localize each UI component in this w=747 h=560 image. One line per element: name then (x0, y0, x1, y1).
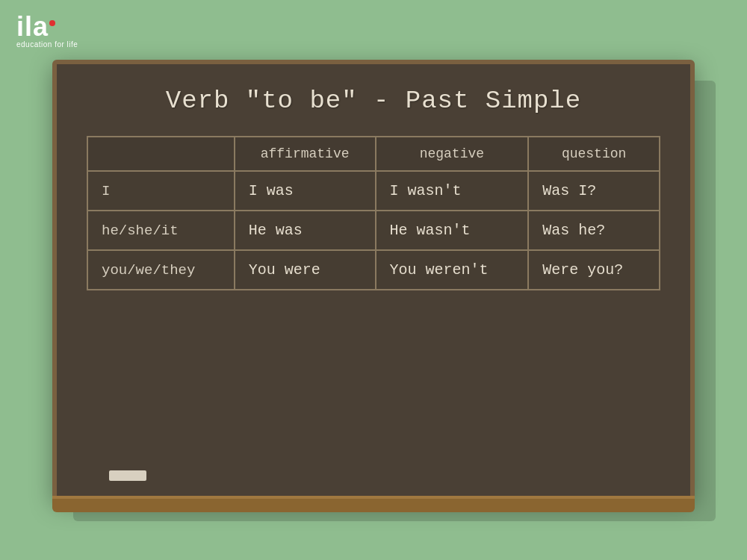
neg-i: I wasn't (376, 171, 529, 211)
grammar-table: affirmative negative question I I was I … (87, 136, 660, 290)
q-i: Was I? (528, 171, 660, 211)
table-row: you/we/they You were You weren't Were yo… (87, 250, 660, 290)
table-row: he/she/it He was He wasn't Was he? (87, 211, 660, 250)
q-he: Was he? (528, 211, 660, 250)
table-row: I I was I wasn't Was I? (87, 171, 660, 211)
aff-i: I was (235, 171, 376, 211)
chalkboard-inner: Verb "to be" - Past Simple affirmative n… (87, 87, 660, 473)
chalkboard: Verb "to be" - Past Simple affirmative n… (52, 60, 695, 500)
neg-you: You weren't (376, 250, 529, 290)
aff-he: He was (235, 211, 376, 250)
logo: ila education for life (16, 13, 78, 49)
logo-text: ila (16, 13, 78, 40)
board-bottom-frame (52, 496, 695, 512)
logo-dot (49, 20, 55, 26)
header-affirmative: affirmative (235, 137, 376, 171)
neg-he: He wasn't (376, 211, 529, 250)
subject-he: he/she/it (87, 211, 235, 250)
header-subject (87, 137, 235, 171)
aff-you: You were (235, 250, 376, 290)
q-you: Were you? (528, 250, 660, 290)
logo-tagline: education for life (16, 40, 78, 49)
chalk-eraser (109, 470, 146, 481)
header-negative: negative (376, 137, 529, 171)
board-title: Verb "to be" - Past Simple (87, 87, 660, 115)
logo-letters: ila (16, 11, 49, 42)
subject-you: you/we/they (87, 250, 235, 290)
table-header-row: affirmative negative question (87, 137, 660, 171)
subject-i: I (87, 171, 235, 211)
header-question: question (528, 137, 660, 171)
